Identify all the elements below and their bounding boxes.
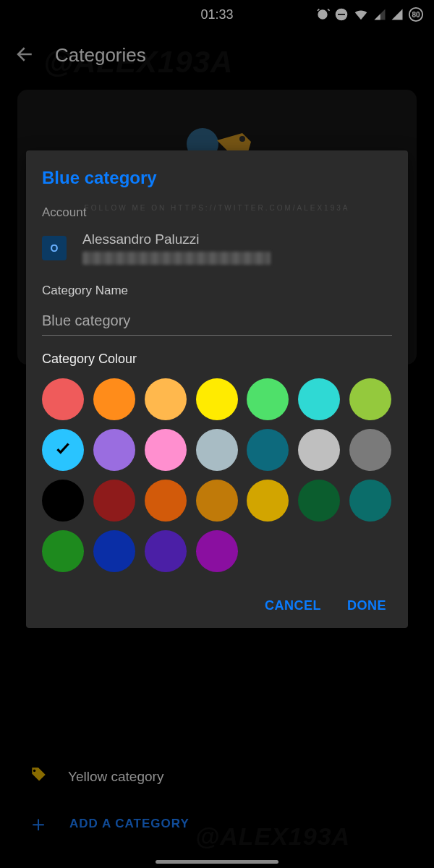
colour-swatch[interactable] xyxy=(349,480,391,522)
colour-swatch[interactable] xyxy=(42,530,84,572)
colour-swatch-grid xyxy=(42,378,392,572)
colour-swatch[interactable] xyxy=(42,378,84,420)
category-colour-label: Category Colour xyxy=(42,352,392,367)
colour-swatch[interactable] xyxy=(298,378,340,420)
dialog-actions: CANCEL DONE xyxy=(42,591,392,618)
cancel-button[interactable]: CANCEL xyxy=(265,598,321,613)
account-section-label: Account xyxy=(42,205,392,220)
colour-swatch[interactable] xyxy=(247,378,289,420)
colour-swatch[interactable] xyxy=(247,429,289,471)
outlook-icon: O xyxy=(42,236,67,260)
colour-swatch[interactable] xyxy=(42,480,84,522)
account-name: Alessandro Paluzzi xyxy=(82,231,271,247)
colour-swatch[interactable] xyxy=(196,429,238,471)
colour-swatch[interactable] xyxy=(93,429,135,471)
colour-swatch[interactable] xyxy=(145,530,187,572)
gesture-nav-bar[interactable] xyxy=(156,860,278,864)
colour-swatch[interactable] xyxy=(145,429,187,471)
colour-swatch[interactable] xyxy=(42,429,84,471)
colour-swatch[interactable] xyxy=(196,530,238,572)
edit-category-dialog: Blue category Account O Alessandro Paluz… xyxy=(26,150,408,628)
colour-swatch[interactable] xyxy=(349,429,391,471)
account-email-redacted xyxy=(82,252,271,265)
colour-swatch[interactable] xyxy=(298,480,340,522)
colour-swatch[interactable] xyxy=(349,378,391,420)
colour-swatch[interactable] xyxy=(93,530,135,572)
colour-swatch[interactable] xyxy=(93,378,135,420)
account-row[interactable]: O Alessandro Paluzzi xyxy=(42,231,392,265)
category-name-input[interactable] xyxy=(42,308,392,336)
colour-swatch[interactable] xyxy=(247,480,289,522)
category-name-label: Category Name xyxy=(42,284,392,298)
checkmark-icon xyxy=(54,439,72,461)
colour-swatch[interactable] xyxy=(145,480,187,522)
colour-swatch[interactable] xyxy=(196,480,238,522)
colour-swatch[interactable] xyxy=(145,378,187,420)
colour-swatch[interactable] xyxy=(196,378,238,420)
dialog-title: Blue category xyxy=(42,168,392,188)
done-button[interactable]: DONE xyxy=(347,598,386,613)
colour-swatch[interactable] xyxy=(298,429,340,471)
colour-swatch[interactable] xyxy=(93,480,135,522)
